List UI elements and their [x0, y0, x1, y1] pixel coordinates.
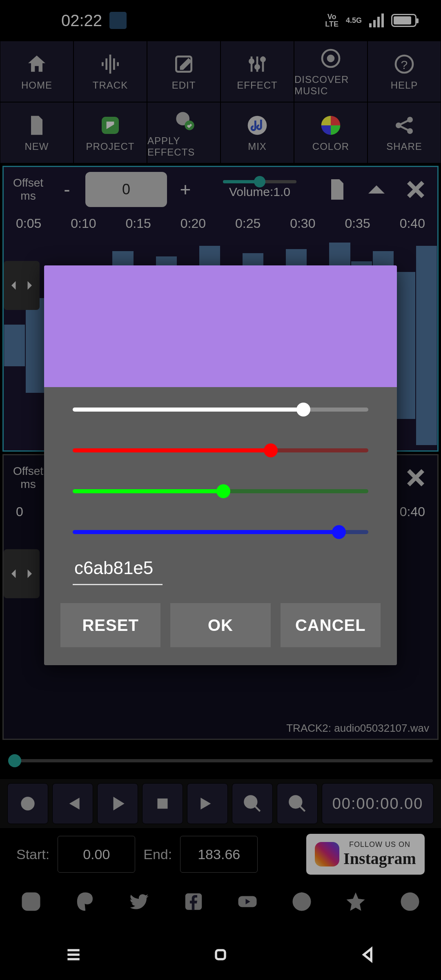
tick: 0:30: [290, 216, 315, 231]
home-button-nav[interactable]: [212, 946, 229, 965]
file-icon: [25, 113, 48, 138]
svg-text:?: ?: [401, 58, 408, 71]
color-button[interactable]: COLOR: [294, 102, 368, 163]
threads-icon[interactable]: [69, 885, 102, 918]
facebook-icon[interactable]: [177, 885, 210, 918]
track-button[interactable]: TRACK: [74, 41, 147, 102]
project-button[interactable]: PROJECT: [74, 102, 147, 163]
track-collapse-button[interactable]: [359, 172, 394, 207]
time-ruler: 0:05 0:10 0:15 0:20 0:25 0:30 0:35 0:40: [4, 212, 437, 235]
color-picker-dialog: RESET OK CANCEL: [44, 265, 397, 665]
range-bar: Start: 0.00 End: 183.66 FOLLOW US ON Ins…: [0, 828, 441, 880]
red-slider[interactable]: [73, 448, 368, 452]
offset-plus-button[interactable]: +: [171, 178, 200, 200]
start-input[interactable]: 0.00: [58, 836, 135, 873]
discover-label: DISCOVER MUSIC: [294, 74, 367, 97]
svg-rect-2: [109, 55, 111, 74]
share-button[interactable]: SHARE: [368, 102, 441, 163]
tick: 0:40: [400, 504, 425, 519]
svg-point-39: [36, 895, 38, 897]
share-icon: [393, 113, 416, 138]
blue-slider[interactable]: [73, 530, 368, 534]
apply-label: APPLY EFFECTS: [147, 135, 220, 158]
globe-icon[interactable]: [285, 885, 318, 918]
mix-button[interactable]: MIX: [220, 102, 294, 163]
track-file-button[interactable]: [320, 172, 355, 207]
ok-button[interactable]: OK: [170, 603, 270, 647]
back-button[interactable]: [359, 946, 376, 965]
next-button[interactable]: [187, 783, 228, 824]
disc-icon: [319, 46, 342, 71]
twitter-icon[interactable]: [123, 885, 156, 918]
instagram-banner[interactable]: FOLLOW US ON Instagram: [306, 834, 425, 875]
status-clock: 02:22: [61, 11, 102, 30]
home-icon: [25, 52, 48, 76]
tick: 0:10: [71, 216, 96, 231]
color-wheel-icon: [319, 113, 342, 138]
battery-icon: [391, 14, 416, 27]
green-slider[interactable]: [73, 489, 368, 493]
project-icon: [99, 113, 122, 138]
cancel-button[interactable]: CANCEL: [281, 603, 381, 647]
star-icon[interactable]: [339, 885, 372, 918]
edit-button[interactable]: EDIT: [147, 41, 220, 102]
track-move-handle[interactable]: [4, 261, 40, 310]
zoom-out-button[interactable]: [232, 783, 273, 824]
offset-minus-button[interactable]: -: [53, 178, 81, 200]
youtube-icon[interactable]: [231, 885, 264, 918]
apply-effects-button[interactable]: APPLY EFFECTS: [147, 102, 220, 163]
svg-point-11: [261, 58, 265, 61]
mix-label: MIX: [248, 141, 267, 152]
svg-line-34: [300, 806, 305, 811]
toolbar-primary: HOME TRACK EDIT EFFECT DISCOVER MUSIC ? …: [0, 41, 441, 102]
track-close-button[interactable]: [398, 172, 433, 207]
insta-name: Instagram: [343, 849, 416, 868]
volte-icon: Vo LTE: [325, 13, 339, 28]
settings-icon[interactable]: [394, 885, 426, 918]
offset-input[interactable]: 0: [85, 172, 167, 207]
track-move-handle[interactable]: [4, 549, 40, 598]
alpha-slider[interactable]: [73, 408, 368, 412]
playback-progress[interactable]: [0, 742, 441, 779]
svg-point-10: [255, 65, 259, 69]
network-icon: 4.5G: [346, 17, 362, 24]
help-button[interactable]: ? HELP: [368, 41, 441, 102]
hex-input[interactable]: [73, 555, 163, 585]
discover-button[interactable]: DISCOVER MUSIC: [294, 41, 368, 102]
track-label: TRACK: [93, 80, 128, 91]
timecode-display: 00:00:00.00: [322, 783, 434, 824]
offset-label: Offset ms: [8, 465, 49, 491]
tick: 0:20: [180, 216, 206, 231]
start-label: Start:: [16, 846, 49, 862]
svg-rect-3: [113, 58, 115, 70]
effect-button[interactable]: EFFECT: [220, 41, 294, 102]
stop-button[interactable]: [142, 783, 183, 824]
svg-rect-29: [158, 799, 168, 809]
volume-slider[interactable]: [223, 180, 296, 183]
signal-icon: [369, 13, 384, 27]
help-icon: ?: [393, 52, 416, 76]
share-label: SHARE: [386, 141, 422, 152]
zoom-in-button[interactable]: [277, 783, 318, 824]
svg-point-28: [21, 797, 34, 810]
instagram-outline-icon[interactable]: [15, 885, 47, 918]
system-navbar: [0, 931, 441, 980]
record-button[interactable]: [7, 783, 48, 824]
recents-button[interactable]: [65, 946, 82, 965]
insta-follow: FOLLOW US ON: [349, 840, 410, 849]
end-label: End:: [143, 846, 172, 862]
color-label: COLOR: [312, 141, 349, 152]
svg-rect-1: [105, 58, 107, 70]
track-filename: TRACK2: audio05032107.wav: [286, 722, 429, 735]
end-input[interactable]: 183.66: [180, 836, 258, 873]
play-button[interactable]: [97, 783, 138, 824]
new-button[interactable]: NEW: [0, 102, 74, 163]
track-close-button[interactable]: [398, 460, 433, 495]
home-button[interactable]: HOME: [0, 41, 74, 102]
prev-button[interactable]: [52, 783, 93, 824]
svg-point-38: [27, 898, 35, 905]
toolbar-secondary: NEW PROJECT APPLY EFFECTS MIX COLOR SHAR…: [0, 102, 441, 163]
tick: 0: [16, 504, 23, 519]
reset-button[interactable]: RESET: [60, 603, 160, 647]
waveform-icon: [99, 52, 122, 76]
